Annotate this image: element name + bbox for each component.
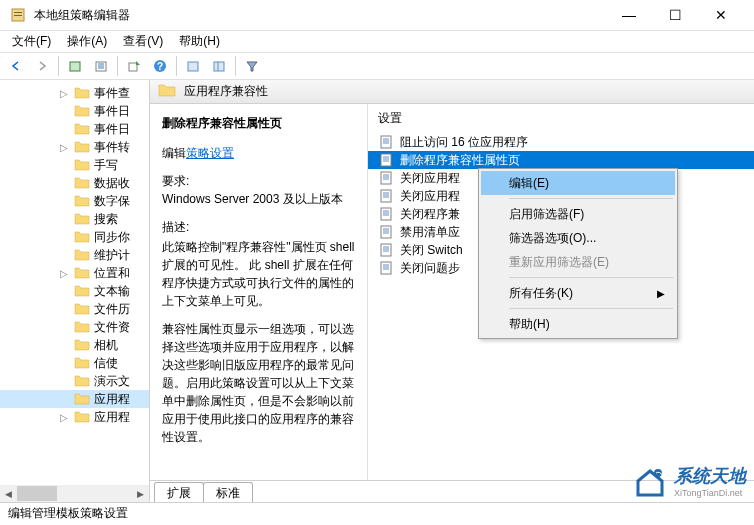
menu-help[interactable]: 帮助(H) (171, 31, 228, 52)
folder-icon (74, 122, 90, 136)
back-button[interactable] (4, 54, 28, 78)
settings-item[interactable]: 删除程序兼容性属性页 (368, 151, 754, 169)
svg-rect-14 (381, 136, 391, 148)
menu-action[interactable]: 操作(A) (59, 31, 115, 52)
folder-icon (74, 194, 90, 208)
settings-item-label: 关闭 Switch (400, 242, 463, 259)
tree-item[interactable]: 手写 (0, 156, 149, 174)
description-label: 描述: (162, 218, 355, 236)
requirements: 要求:Windows Server 2003 及以上版本 (162, 172, 355, 208)
svg-rect-8 (129, 63, 137, 71)
forward-button[interactable] (30, 54, 54, 78)
app-icon (10, 7, 26, 23)
policy-icon (378, 134, 394, 150)
close-button[interactable]: ✕ (698, 0, 744, 30)
settings-item-label: 关闭应用程 (400, 170, 460, 187)
context-all-tasks[interactable]: 所有任务(K)▶ (481, 281, 675, 305)
tree-item[interactable]: 同步你 (0, 228, 149, 246)
folder-icon (158, 83, 176, 100)
context-filter-options[interactable]: 筛选器选项(O)... (481, 226, 675, 250)
tree-item-label: 事件转 (94, 139, 130, 156)
settings-header: 设置 (368, 104, 754, 133)
status-text: 编辑管理模板策略设置 (8, 505, 128, 522)
toolbar: ? (0, 52, 754, 80)
tree-item[interactable]: 数据收 (0, 174, 149, 192)
menu-view[interactable]: 查看(V) (115, 31, 171, 52)
policy-settings-link[interactable]: 策略设置 (186, 146, 234, 160)
scroll-thumb[interactable] (17, 486, 57, 501)
folder-icon (74, 266, 90, 280)
folder-icon (74, 320, 90, 334)
scroll-right-button[interactable]: ▶ (132, 485, 149, 502)
tree-item[interactable]: 事件日 (0, 120, 149, 138)
context-filter-reapply: 重新应用筛选器(E) (481, 250, 675, 274)
menu-file[interactable]: 文件(F) (4, 31, 59, 52)
expand-icon[interactable]: ▷ (60, 412, 72, 423)
detail-subtitle: 删除程序兼容性属性页 (162, 114, 355, 132)
folder-icon (74, 104, 90, 118)
tree-item[interactable]: 维护计 (0, 246, 149, 264)
help-button[interactable]: ? (148, 54, 172, 78)
tree-item[interactable]: 文本输 (0, 282, 149, 300)
expand-icon[interactable]: ▷ (60, 142, 72, 153)
watermark-logo-icon (632, 463, 668, 499)
window-title: 本地组策略编辑器 (34, 7, 606, 24)
folder-icon (74, 392, 90, 406)
tree-item[interactable]: 演示文 (0, 372, 149, 390)
tree-item-label: 事件日 (94, 121, 130, 138)
tree-item[interactable]: ▷位置和 (0, 264, 149, 282)
tab-standard[interactable]: 标准 (203, 482, 253, 502)
description-p1: 此策略控制"程序兼容性"属性页 shell 扩展的可见性。 此 shell 扩展… (162, 238, 355, 310)
context-help[interactable]: 帮助(H) (481, 312, 675, 336)
view2-button[interactable] (207, 54, 231, 78)
tree-item[interactable]: 搜索 (0, 210, 149, 228)
tree-item[interactable]: ▷事件查 (0, 84, 149, 102)
folder-icon (74, 140, 90, 154)
tree-item-label: 文本输 (94, 283, 130, 300)
expand-icon[interactable]: ▷ (60, 268, 72, 279)
policy-icon (378, 260, 394, 276)
context-filter-on[interactable]: 启用筛选器(F) (481, 202, 675, 226)
maximize-button[interactable]: ☐ (652, 0, 698, 30)
folder-icon (74, 212, 90, 226)
svg-text:?: ? (157, 61, 163, 72)
main-header: 应用程序兼容性 (150, 80, 754, 104)
policy-icon (378, 206, 394, 222)
context-edit[interactable]: 编辑(E) (481, 171, 675, 195)
tree-item[interactable]: 文件资 (0, 318, 149, 336)
tree-item[interactable]: 事件日 (0, 102, 149, 120)
tree-item-label: 事件查 (94, 85, 130, 102)
folder-icon (74, 86, 90, 100)
scroll-left-button[interactable]: ◀ (0, 485, 17, 502)
tree-item[interactable]: 数字保 (0, 192, 149, 210)
export-button[interactable] (122, 54, 146, 78)
tree-item-label: 手写 (94, 157, 118, 174)
submenu-indicator-icon: ▶ (657, 288, 665, 299)
minimize-button[interactable]: — (606, 0, 652, 30)
settings-item-label: 关闭程序兼 (400, 206, 460, 223)
settings-item[interactable]: 阻止访问 16 位应用程序 (368, 133, 754, 151)
settings-item-label: 删除程序兼容性属性页 (400, 152, 520, 169)
svg-rect-30 (381, 208, 391, 220)
expand-icon[interactable]: ▷ (60, 88, 72, 99)
settings-item-label: 禁用清单应 (400, 224, 460, 241)
folder-icon (74, 374, 90, 388)
tree-item[interactable]: 相机 (0, 336, 149, 354)
tree-scrollbar[interactable]: ◀ ▶ (0, 485, 149, 502)
tree-item-label: 文件历 (94, 301, 130, 318)
tree-item-label: 文件资 (94, 319, 130, 336)
tree-item-label: 位置和 (94, 265, 130, 282)
tree-item[interactable]: ▷事件转 (0, 138, 149, 156)
tree-item[interactable]: 信使 (0, 354, 149, 372)
tree-item[interactable]: ▷应用程 (0, 408, 149, 426)
view1-button[interactable] (181, 54, 205, 78)
list-button[interactable] (89, 54, 113, 78)
svg-rect-3 (70, 62, 80, 71)
properties-button[interactable] (63, 54, 87, 78)
tree-item[interactable]: 文件历 (0, 300, 149, 318)
filter-button[interactable] (240, 54, 264, 78)
tab-extended[interactable]: 扩展 (154, 482, 204, 502)
tree-item-label: 同步你 (94, 229, 130, 246)
policy-icon (378, 242, 394, 258)
tree-item[interactable]: 应用程 (0, 390, 149, 408)
